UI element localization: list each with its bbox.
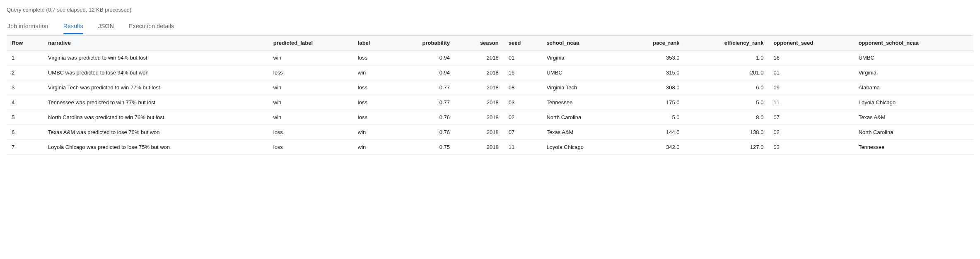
table-row: 1Virginia was predicted to win 94% but l… bbox=[7, 50, 973, 65]
table-row: 3Virginia Tech was predicted to win 77% … bbox=[7, 80, 973, 95]
cell-narrative: Texas A&M was predicted to lose 76% but … bbox=[43, 125, 268, 140]
cell-opponent-school-ncaa: Tennessee bbox=[854, 140, 973, 155]
results-table: Row narrative predicted_label label prob… bbox=[7, 35, 973, 155]
cell-seed: 16 bbox=[504, 65, 542, 80]
cell-efficiency-rank: 138.0 bbox=[685, 125, 769, 140]
cell-school-ncaa: Tennessee bbox=[541, 95, 622, 110]
cell-efficiency-rank: 201.0 bbox=[685, 65, 769, 80]
cell-row: 3 bbox=[7, 80, 43, 95]
cell-row: 6 bbox=[7, 125, 43, 140]
cell-predicted-label: win bbox=[268, 80, 353, 95]
cell-season: 2018 bbox=[455, 125, 504, 140]
cell-narrative: Virginia was predicted to win 94% but lo… bbox=[43, 50, 268, 65]
cell-pace-rank: 144.0 bbox=[622, 125, 685, 140]
cell-row: 1 bbox=[7, 50, 43, 65]
tab-json[interactable]: JSON bbox=[98, 19, 114, 34]
cell-predicted-label: loss bbox=[268, 140, 353, 155]
cell-pace-rank: 5.0 bbox=[622, 110, 685, 125]
cell-predicted-label: win bbox=[268, 110, 353, 125]
cell-efficiency-rank: 1.0 bbox=[685, 50, 769, 65]
cell-opponent-school-ncaa: Virginia bbox=[854, 65, 973, 80]
cell-season: 2018 bbox=[455, 50, 504, 65]
cell-opponent-seed: 09 bbox=[768, 80, 853, 95]
cell-school-ncaa: UMBC bbox=[541, 65, 622, 80]
cell-row: 5 bbox=[7, 110, 43, 125]
cell-row: 2 bbox=[7, 65, 43, 80]
cell-opponent-school-ncaa: Texas A&M bbox=[854, 110, 973, 125]
cell-opponent-school-ncaa: UMBC bbox=[854, 50, 973, 65]
cell-opponent-seed: 16 bbox=[768, 50, 853, 65]
cell-opponent-seed: 03 bbox=[768, 140, 853, 155]
cell-seed: 07 bbox=[504, 125, 542, 140]
cell-label: loss bbox=[353, 95, 391, 110]
cell-seed: 03 bbox=[504, 95, 542, 110]
cell-school-ncaa: Texas A&M bbox=[541, 125, 622, 140]
cell-probability: 0.77 bbox=[391, 95, 455, 110]
col-pace-rank: pace_rank bbox=[622, 36, 685, 50]
cell-pace-rank: 315.0 bbox=[622, 65, 685, 80]
cell-narrative: North Carolina was predicted to win 76% … bbox=[43, 110, 268, 125]
cell-probability: 0.94 bbox=[391, 50, 455, 65]
table-row: 6Texas A&M was predicted to lose 76% but… bbox=[7, 125, 973, 140]
cell-opponent-seed: 11 bbox=[768, 95, 853, 110]
cell-season: 2018 bbox=[455, 110, 504, 125]
tab-execution-details[interactable]: Execution details bbox=[129, 19, 174, 34]
cell-school-ncaa: Loyola Chicago bbox=[541, 140, 622, 155]
cell-probability: 0.77 bbox=[391, 80, 455, 95]
cell-opponent-school-ncaa: North Carolina bbox=[854, 125, 973, 140]
cell-seed: 01 bbox=[504, 50, 542, 65]
cell-school-ncaa: Virginia Tech bbox=[541, 80, 622, 95]
cell-season: 2018 bbox=[455, 95, 504, 110]
cell-narrative: UMBC was predicted to lose 94% but won bbox=[43, 65, 268, 80]
cell-probability: 0.76 bbox=[391, 110, 455, 125]
cell-pace-rank: 175.0 bbox=[622, 95, 685, 110]
cell-pace-rank: 342.0 bbox=[622, 140, 685, 155]
cell-label: loss bbox=[353, 50, 391, 65]
cell-opponent-seed: 07 bbox=[768, 110, 853, 125]
col-efficiency-rank: efficiency_rank bbox=[685, 36, 769, 50]
table-row: 7Loyola Chicago was predicted to lose 75… bbox=[7, 140, 973, 155]
col-seed: seed bbox=[504, 36, 542, 50]
cell-label: loss bbox=[353, 80, 391, 95]
cell-narrative: Virginia Tech was predicted to win 77% b… bbox=[43, 80, 268, 95]
table-row: 2UMBC was predicted to lose 94% but wonl… bbox=[7, 65, 973, 80]
cell-efficiency-rank: 8.0 bbox=[685, 110, 769, 125]
table-header-row: Row narrative predicted_label label prob… bbox=[7, 36, 973, 50]
cell-opponent-school-ncaa: Alabama bbox=[854, 80, 973, 95]
cell-row: 7 bbox=[7, 140, 43, 155]
cell-pace-rank: 308.0 bbox=[622, 80, 685, 95]
col-row: Row bbox=[7, 36, 43, 50]
cell-season: 2018 bbox=[455, 80, 504, 95]
query-status: Query complete (0.7 sec elapsed, 12 KB p… bbox=[7, 4, 973, 19]
cell-seed: 02 bbox=[504, 110, 542, 125]
cell-predicted-label: win bbox=[268, 95, 353, 110]
cell-probability: 0.76 bbox=[391, 125, 455, 140]
cell-efficiency-rank: 127.0 bbox=[685, 140, 769, 155]
cell-row: 4 bbox=[7, 95, 43, 110]
tab-results[interactable]: Results bbox=[63, 19, 83, 34]
col-narrative: narrative bbox=[43, 36, 268, 50]
cell-pace-rank: 353.0 bbox=[622, 50, 685, 65]
cell-predicted-label: loss bbox=[268, 125, 353, 140]
cell-predicted-label: win bbox=[268, 50, 353, 65]
col-season: season bbox=[455, 36, 504, 50]
cell-label: loss bbox=[353, 110, 391, 125]
cell-narrative: Loyola Chicago was predicted to lose 75%… bbox=[43, 140, 268, 155]
cell-efficiency-rank: 5.0 bbox=[685, 95, 769, 110]
cell-predicted-label: loss bbox=[268, 65, 353, 80]
cell-label: win bbox=[353, 140, 391, 155]
cell-efficiency-rank: 6.0 bbox=[685, 80, 769, 95]
col-opponent-seed: opponent_seed bbox=[768, 36, 853, 50]
cell-opponent-school-ncaa: Loyola Chicago bbox=[854, 95, 973, 110]
cell-opponent-seed: 01 bbox=[768, 65, 853, 80]
cell-school-ncaa: Virginia bbox=[541, 50, 622, 65]
col-school-ncaa: school_ncaa bbox=[541, 36, 622, 50]
cell-opponent-seed: 02 bbox=[768, 125, 853, 140]
cell-probability: 0.75 bbox=[391, 140, 455, 155]
table-row: 4Tennessee was predicted to win 77% but … bbox=[7, 95, 973, 110]
cell-narrative: Tennessee was predicted to win 77% but l… bbox=[43, 95, 268, 110]
cell-school-ncaa: North Carolina bbox=[541, 110, 622, 125]
col-label: label bbox=[353, 36, 391, 50]
cell-seed: 11 bbox=[504, 140, 542, 155]
tab-job-information[interactable]: Job information bbox=[7, 19, 48, 34]
